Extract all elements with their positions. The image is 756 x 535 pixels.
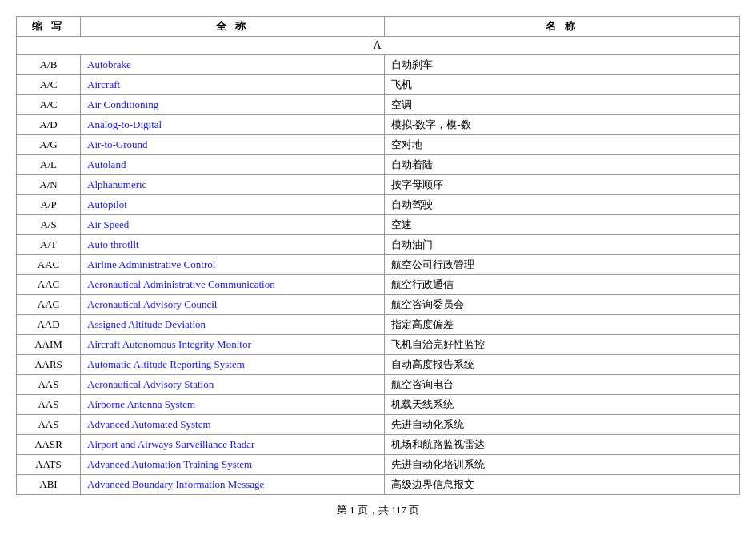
cell-name: 空对地 <box>385 135 740 155</box>
cell-abbr: A/G <box>17 135 81 155</box>
table-row: AACAeronautical Administrative Communica… <box>17 275 740 295</box>
table-row: AASAeronautical Advisory Station航空咨询电台 <box>17 375 740 395</box>
cell-name: 先进自动化系统 <box>385 415 740 435</box>
cell-full: Aeronautical Advisory Council <box>81 295 385 315</box>
cell-name: 自动刹车 <box>385 55 740 75</box>
table-row: A/TAuto throtllt自动油门 <box>17 235 740 255</box>
cell-abbr: AARS <box>17 355 81 375</box>
cell-name: 先进自动化培训系统 <box>385 455 740 475</box>
header-full: 全 称 <box>81 17 385 37</box>
cell-name: 模拟-数字，模-数 <box>385 115 740 135</box>
cell-name: 机场和航路监视雷达 <box>385 435 740 455</box>
cell-full: Advanced Automated System <box>81 415 385 435</box>
cell-abbr: A/T <box>17 235 81 255</box>
table-row: A/LAutoland自动着陆 <box>17 155 740 175</box>
table-row: A/CAircraft飞机 <box>17 75 740 95</box>
cell-full: Automatic Altitude Reporting System <box>81 355 385 375</box>
cell-full: Air Speed <box>81 215 385 235</box>
cell-name: 空调 <box>385 95 740 115</box>
cell-name: 航空咨询委员会 <box>385 295 740 315</box>
cell-abbr: AAC <box>17 295 81 315</box>
table-row: AACAirline Administrative Control航空公司行政管… <box>17 255 740 275</box>
table-row: A/SAir Speed空速 <box>17 215 740 235</box>
table-row: A/NAlphanumeric按字母顺序 <box>17 175 740 195</box>
cell-name: 按字母顺序 <box>385 175 740 195</box>
cell-abbr: A/D <box>17 115 81 135</box>
cell-full: Autopilot <box>81 195 385 215</box>
table-row: AASRAirport and Airways Surveillance Rad… <box>17 435 740 455</box>
cell-abbr: A/B <box>17 55 81 75</box>
table-row: AAIMAircraft Autonomous Integrity Monito… <box>17 335 740 355</box>
cell-name: 指定高度偏差 <box>385 315 740 335</box>
cell-full: Airborne Antenna System <box>81 395 385 415</box>
cell-name: 飞机自治完好性监控 <box>385 335 740 355</box>
cell-abbr: AAS <box>17 375 81 395</box>
cell-full: Air Conditioning <box>81 95 385 115</box>
cell-name: 自动驾驶 <box>385 195 740 215</box>
cell-abbr: AAIM <box>17 335 81 355</box>
cell-name: 自动高度报告系统 <box>385 355 740 375</box>
table-row: ABIAdvanced Boundary Information Message… <box>17 475 740 495</box>
cell-name: 飞机 <box>385 75 740 95</box>
cell-name: 自动着陆 <box>385 155 740 175</box>
cell-abbr: AAS <box>17 415 81 435</box>
cell-abbr: AASR <box>17 435 81 455</box>
cell-abbr: A/C <box>17 75 81 95</box>
cell-full: Alphanumeric <box>81 175 385 195</box>
cell-full: Air-to-Ground <box>81 135 385 155</box>
cell-full: Airport and Airways Surveillance Radar <box>81 435 385 455</box>
cell-full: Aeronautical Administrative Communicatio… <box>81 275 385 295</box>
table-row: AADAssigned Altitude Deviation指定高度偏差 <box>17 315 740 335</box>
cell-full: Airline Administrative Control <box>81 255 385 275</box>
cell-abbr: AAD <box>17 315 81 335</box>
main-table: 缩 写 全 称 名 称 A A/BAutobrake自动刹车A/CAircraf… <box>16 16 740 495</box>
cell-full: Analog-to-Digital <box>81 115 385 135</box>
section-header-a: A <box>17 37 740 55</box>
cell-full: Advanced Automation Training System <box>81 455 385 475</box>
cell-full: Auto throtllt <box>81 235 385 255</box>
table-row: AATSAdvanced Automation Training System先… <box>17 455 740 475</box>
cell-name: 机载天线系统 <box>385 395 740 415</box>
cell-name: 航空行政通信 <box>385 275 740 295</box>
cell-full: Aircraft <box>81 75 385 95</box>
header-abbr: 缩 写 <box>17 17 81 37</box>
cell-abbr: A/C <box>17 95 81 115</box>
cell-abbr: A/S <box>17 215 81 235</box>
table-row: A/BAutobrake自动刹车 <box>17 55 740 75</box>
cell-name: 航空公司行政管理 <box>385 255 740 275</box>
cell-full: Autobrake <box>81 55 385 75</box>
table-row: AASAirborne Antenna System机载天线系统 <box>17 395 740 415</box>
table-row: AASAdvanced Automated System先进自动化系统 <box>17 415 740 435</box>
page-footer: 第 1 页，共 117 页 <box>337 503 420 517</box>
cell-name: 自动油门 <box>385 235 740 255</box>
cell-abbr: A/N <box>17 175 81 195</box>
cell-full: Autoland <box>81 155 385 175</box>
footer-text: 第 1 页，共 117 页 <box>337 504 420 516</box>
table-row: A/PAutopilot自动驾驶 <box>17 195 740 215</box>
table-row: A/CAir Conditioning空调 <box>17 95 740 115</box>
cell-name: 高级边界信息报文 <box>385 475 740 495</box>
cell-full: Aircraft Autonomous Integrity Monitor <box>81 335 385 355</box>
table-row: A/DAnalog-to-Digital模拟-数字，模-数 <box>17 115 740 135</box>
cell-abbr: A/L <box>17 155 81 175</box>
cell-full: Aeronautical Advisory Station <box>81 375 385 395</box>
cell-abbr: A/P <box>17 195 81 215</box>
table-row: AARSAutomatic Altitude Reporting System自… <box>17 355 740 375</box>
cell-abbr: AAC <box>17 275 81 295</box>
cell-name: 航空咨询电台 <box>385 375 740 395</box>
cell-full: Assigned Altitude Deviation <box>81 315 385 335</box>
cell-name: 空速 <box>385 215 740 235</box>
header-name: 名 称 <box>385 17 740 37</box>
cell-abbr: AATS <box>17 455 81 475</box>
cell-full: Advanced Boundary Information Message <box>81 475 385 495</box>
table-row: A/GAir-to-Ground空对地 <box>17 135 740 155</box>
cell-abbr: AAC <box>17 255 81 275</box>
cell-abbr: AAS <box>17 395 81 415</box>
table-row: AACAeronautical Advisory Council航空咨询委员会 <box>17 295 740 315</box>
cell-abbr: ABI <box>17 475 81 495</box>
